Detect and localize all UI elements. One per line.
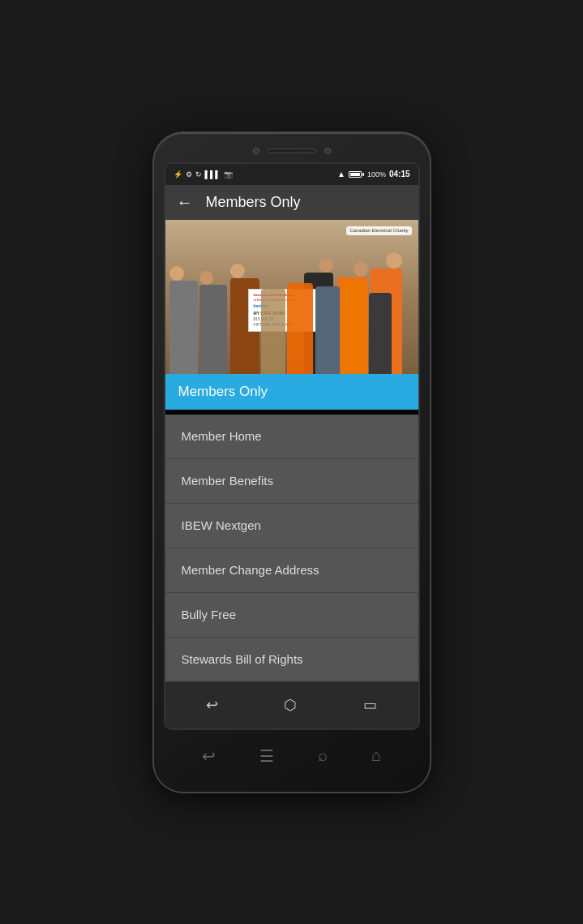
menu-item-label: Bully Free: [182, 608, 237, 621]
phone-home-btn[interactable]: ⌂: [371, 746, 381, 765]
sync-icon: ↻: [195, 170, 202, 178]
phone-screen: ⚡ ⚙ ↻ ▌▌▌ 📷 ▲ 100% 04:15 ← Members Only: [164, 162, 420, 730]
status-left-icons: ⚡ ⚙ ↻ ▌▌▌ 📷: [174, 170, 233, 178]
menu-item-label: Member Home: [182, 429, 262, 443]
head-4: [169, 266, 184, 281]
front-camera: [253, 148, 259, 154]
signal-icon: ▌▌▌: [205, 170, 221, 178]
phone-menu-btn[interactable]: ☰: [259, 746, 274, 766]
head-5: [199, 271, 213, 285]
camera-icon: 📷: [224, 170, 233, 178]
menu-item-label: Member Benefits: [182, 474, 273, 488]
phone-back-btn[interactable]: ↩: [202, 746, 216, 766]
person-gray-2: [199, 285, 227, 374]
person-bg-orange-2: [341, 281, 367, 374]
menu-item-ibew-nextgen[interactable]: IBEW Nextgen: [165, 504, 418, 548]
menu-list: Member Home Member Benefits IBEW Nextgen…: [165, 415, 418, 681]
hero-bg: International Brotherhood of Electrical …: [165, 220, 418, 374]
settings-icon: ⚙: [186, 170, 192, 178]
wifi-icon: ▲: [337, 170, 345, 178]
menu-item-label: IBEW Nextgen: [182, 518, 261, 532]
head-2: [354, 262, 368, 277]
person-bg-2: [315, 286, 340, 374]
usb-icon: ⚡: [174, 170, 182, 178]
menu-item-label: Stewards Bill of Rights: [182, 652, 303, 666]
hero-image: International Brotherhood of Electrical …: [165, 220, 418, 374]
person-gray-1: [169, 281, 198, 374]
clock: 04:15: [389, 170, 410, 178]
back-button[interactable]: ←: [177, 193, 193, 212]
head-1: [386, 252, 402, 269]
menu-item-stewards-bill-of-rights[interactable]: Stewards Bill of Rights: [165, 638, 418, 681]
charity-badge: Canadian Electrical Charity: [346, 226, 411, 236]
nav-bar: ↩ ⬡ ▭: [165, 681, 418, 728]
section-header-text: Members Only: [178, 384, 268, 399]
menu-item-member-change-address[interactable]: Member Change Address: [165, 548, 418, 593]
person-bg-3: [369, 293, 392, 374]
battery-icon: [349, 171, 364, 178]
nav-back-button[interactable]: ↩: [196, 693, 228, 717]
battery-percent: 100%: [367, 170, 386, 178]
status-bar: ⚡ ⚙ ↻ ▌▌▌ 📷 ▲ 100% 04:15: [165, 164, 418, 185]
head-3: [319, 258, 333, 273]
status-right-icons: ▲ 100% 04:15: [337, 170, 410, 178]
section-header: Members Only: [165, 374, 418, 410]
header-title: Members Only: [206, 194, 301, 211]
phone-speaker: [268, 148, 316, 153]
person-bg-1: [261, 289, 285, 374]
phone-device: ⚡ ⚙ ↻ ▌▌▌ 📷 ▲ 100% 04:15 ← Members Only: [154, 133, 430, 792]
nav-recent-button[interactable]: ▭: [354, 693, 387, 717]
phone-top-bar: [164, 148, 420, 154]
menu-item-member-benefits[interactable]: Member Benefits: [165, 459, 418, 504]
phone-bottom-bar: ↩ ☰ ⌕ ⌂: [164, 740, 420, 772]
phone-search-btn[interactable]: ⌕: [318, 746, 328, 765]
head-6: [230, 264, 245, 278]
menu-item-member-home[interactable]: Member Home: [165, 415, 418, 459]
person-bg-orange: [287, 283, 313, 374]
app-header: ← Members Only: [165, 185, 418, 220]
badge-text: Canadian Electrical Charity: [349, 228, 408, 234]
sensor: [324, 148, 331, 154]
menu-item-bully-free[interactable]: Bully Free: [165, 593, 418, 638]
nav-home-button[interactable]: ⬡: [274, 693, 307, 717]
menu-item-label: Member Change Address: [182, 563, 319, 577]
